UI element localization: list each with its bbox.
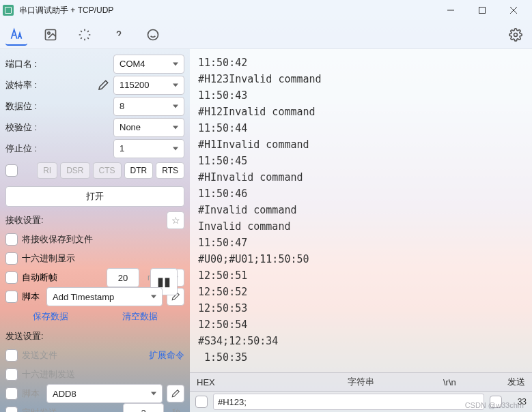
send-script-select[interactable]: ADD8 — [46, 384, 163, 403]
sidebar: 端口名 :COM4 波特率 :115200 数据位 :8 校验位 :None 停… — [0, 49, 190, 412]
magic-icon[interactable] — [74, 24, 96, 46]
send-file-label: 发送文件 — [22, 349, 145, 362]
smile-icon[interactable] — [142, 24, 164, 46]
svg-point-5 — [48, 31, 50, 33]
databits-label: 数据位 : — [5, 100, 113, 113]
edit-icon[interactable] — [97, 79, 109, 91]
timed-send-checkbox[interactable] — [5, 407, 18, 412]
svg-point-7 — [514, 33, 518, 36]
send-count: 33 — [507, 397, 527, 407]
timed-send-label: 定时发送 — [22, 407, 57, 412]
minimize-button[interactable] — [435, 0, 466, 20]
send-file-checkbox[interactable] — [5, 349, 18, 362]
port-name-select[interactable]: COM4 — [113, 55, 184, 74]
receive-log[interactable]: 11:50:42 #H123Invalid command 11:50:43 #… — [190, 49, 532, 372]
cts-tag: CTS — [93, 162, 122, 179]
toolbar — [0, 20, 532, 49]
recv-script-select[interactable]: Add Timestamp — [46, 287, 163, 306]
baud-select[interactable]: 115200 — [113, 76, 184, 95]
parity-label: 校验位 : — [5, 121, 113, 134]
save-to-file-checkbox[interactable] — [5, 233, 18, 246]
svg-rect-1 — [479, 8, 486, 14]
recv-script-label: 脚本 — [22, 291, 40, 303]
stopbits-label: 停止位 : — [5, 143, 113, 155]
send-section-label: 发送设置: — [5, 330, 44, 342]
send-input[interactable]: #H123; — [213, 394, 484, 410]
save-data-button[interactable]: 保存数据 — [33, 310, 68, 323]
sec-unit: 秒 — [168, 407, 184, 413]
col-send: 发送 — [498, 376, 525, 388]
save-to-file-label: 将接收保存到文件 — [22, 233, 184, 246]
hex-send-label: 十六进制发送 — [22, 368, 75, 381]
send-script-label: 脚本 — [22, 387, 40, 400]
app-icon — [3, 5, 14, 16]
favorite-button[interactable]: ☆ — [167, 211, 184, 229]
window-title: 串口调试助手 + TCP/UDP — [19, 5, 435, 16]
help-icon[interactable] — [108, 24, 130, 46]
ri-tag: RI — [37, 162, 57, 179]
maximize-button[interactable] — [466, 0, 498, 20]
recv-script-checkbox[interactable] — [5, 291, 18, 303]
row-hex-checkbox[interactable] — [195, 396, 208, 408]
image-icon[interactable] — [40, 24, 61, 46]
dsr-tag: DSR — [60, 162, 89, 179]
autobreak-checkbox[interactable] — [5, 271, 18, 284]
col-hex: HEX — [197, 377, 279, 387]
dtr-button[interactable]: DTR — [124, 162, 154, 179]
svg-point-6 — [148, 29, 158, 40]
titlebar: 串口调试助手 + TCP/UDP — [0, 0, 532, 20]
col-string: 字符串 — [306, 376, 416, 388]
settings-icon[interactable] — [505, 24, 527, 46]
send-script-checkbox[interactable] — [5, 387, 18, 400]
parity-select[interactable]: None — [113, 118, 184, 137]
send-row: #H123; 33 — [190, 392, 532, 412]
rts-button[interactable]: RTS — [156, 162, 184, 179]
databits-select[interactable]: 8 — [113, 97, 184, 116]
send-table-header: HEX 字符串 \r\n 发送 — [190, 372, 532, 392]
row-crlf-checkbox[interactable] — [490, 396, 502, 408]
timed-send-input[interactable]: 2 — [123, 403, 164, 412]
col-crlf: \r\n — [443, 377, 471, 387]
stopbits-select[interactable]: 1 — [113, 139, 184, 158]
hex-display-checkbox[interactable] — [5, 252, 18, 265]
send-script-edit-button[interactable] — [167, 385, 184, 402]
main-panel: 11:50:42 #H123Invalid command 11:50:43 #… — [190, 49, 532, 412]
flow-checkbox[interactable] — [5, 164, 18, 177]
baud-label: 波特率 : — [5, 79, 97, 91]
autobreak-label: 自动断帧 — [22, 271, 57, 284]
hex-send-checkbox[interactable] — [5, 368, 18, 381]
port-name-label: 端口名 : — [5, 58, 113, 70]
font-icon[interactable] — [5, 24, 27, 46]
close-button[interactable] — [498, 0, 529, 20]
hex-display-label: 十六进制显示 — [22, 252, 184, 265]
open-button[interactable]: 打开 — [5, 186, 184, 207]
ext-cmd-button[interactable]: 扩展命令 — [149, 349, 184, 362]
recv-section-label: 接收设置: — [5, 214, 167, 226]
clear-data-button[interactable]: 清空数据 — [122, 310, 158, 323]
autobreak-input[interactable]: 20 — [107, 268, 139, 287]
